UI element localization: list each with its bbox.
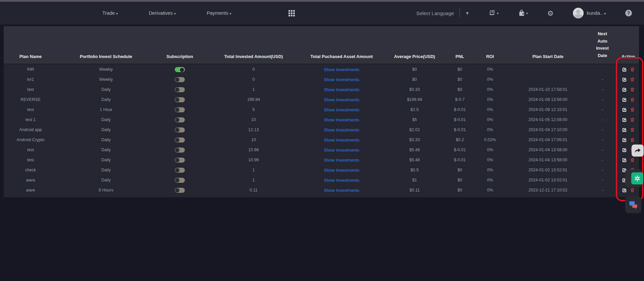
show-investments-link[interactable]: Show Investments bbox=[302, 178, 381, 183]
subscription-toggle[interactable] bbox=[175, 117, 185, 122]
show-investments-link[interactable]: Show Investments bbox=[302, 67, 381, 72]
subscription-toggle[interactable] bbox=[175, 188, 185, 193]
subscription-toggle[interactable] bbox=[175, 137, 185, 143]
pnl-cell: $-0.01 bbox=[448, 148, 472, 152]
pnl-cell: $0 bbox=[448, 168, 472, 172]
subscription-toggle[interactable] bbox=[175, 87, 185, 92]
edit-icon[interactable] bbox=[622, 67, 627, 72]
edit-icon[interactable] bbox=[622, 87, 627, 92]
help-icon[interactable]: ? bbox=[625, 10, 632, 16]
chat-bubbles-button[interactable] bbox=[625, 196, 641, 213]
subscription-toggle[interactable] bbox=[175, 168, 185, 173]
share-forward-button[interactable] bbox=[632, 145, 644, 157]
delete-trash-icon[interactable] bbox=[630, 67, 635, 72]
edit-icon[interactable] bbox=[622, 137, 627, 143]
delete-trash-icon[interactable] bbox=[630, 107, 635, 112]
subscription-cell bbox=[155, 107, 205, 112]
subscription-toggle[interactable] bbox=[175, 178, 185, 183]
delete-trash-icon[interactable] bbox=[630, 157, 635, 163]
share-arrow-icon bbox=[634, 147, 641, 154]
show-investments-link[interactable]: Show Investments bbox=[302, 97, 381, 102]
apps-grid-icon[interactable] bbox=[288, 10, 295, 16]
subscription-toggle[interactable] bbox=[175, 77, 185, 82]
delete-trash-icon[interactable] bbox=[630, 137, 635, 143]
language-dropdown-icon[interactable]: ▼ bbox=[465, 11, 470, 16]
average-price-cell: $5.48 bbox=[381, 148, 448, 152]
edit-icon[interactable] bbox=[622, 107, 627, 112]
orders-book-icon[interactable]: ▾ bbox=[489, 10, 499, 16]
subscription-cell bbox=[155, 157, 205, 162]
action-cell bbox=[618, 77, 639, 82]
edit-icon[interactable] bbox=[622, 127, 627, 132]
delete-trash-icon[interactable] bbox=[630, 87, 635, 92]
chevron-down-icon: ▾ bbox=[604, 12, 606, 15]
plan-name-cell: Android app bbox=[4, 127, 57, 132]
subscription-toggle[interactable] bbox=[175, 148, 185, 153]
subscription-toggle[interactable] bbox=[175, 127, 185, 132]
chatgpt-icon[interactable] bbox=[631, 172, 643, 184]
settings-gear-icon[interactable]: ⚙ bbox=[547, 10, 554, 17]
roi-cell: 0% bbox=[472, 168, 508, 172]
plan-name-cell: aava bbox=[4, 178, 57, 182]
col-header-portfolio-invest-schedule: Portfolio Invest Schedule bbox=[57, 54, 155, 64]
subscription-cell bbox=[155, 147, 205, 152]
total-invested-cell: 5 bbox=[205, 107, 302, 112]
edit-icon[interactable] bbox=[622, 97, 627, 102]
subscription-toggle[interactable] bbox=[175, 97, 185, 102]
show-investments-link[interactable]: Show Investments bbox=[302, 168, 381, 173]
show-investments-link[interactable]: Show Investments bbox=[302, 77, 381, 82]
show-investments-link[interactable]: Show Investments bbox=[302, 148, 381, 153]
show-investments-link[interactable]: Show Investments bbox=[302, 188, 381, 193]
pnl-cell: $0 bbox=[448, 178, 472, 182]
average-price-cell: $2.02 bbox=[381, 127, 448, 132]
plan-start-date-cell: 2024-01-04 17:10:00 bbox=[508, 127, 587, 132]
wallet-icon[interactable]: ▾ bbox=[518, 9, 528, 17]
invest-schedule-cell: Daily bbox=[57, 87, 155, 92]
average-price-cell: $199.94 bbox=[381, 97, 448, 102]
subscription-toggle[interactable] bbox=[175, 107, 185, 112]
edit-icon[interactable] bbox=[622, 117, 627, 122]
user-name[interactable]: kunda..▾ bbox=[587, 10, 606, 16]
subscription-cell bbox=[155, 167, 205, 172]
delete-trash-icon[interactable] bbox=[630, 97, 635, 102]
table-row: test Daily 10.96 Show Investments $5.48 … bbox=[4, 145, 639, 155]
nav-menu-trade[interactable]: Trade▾ bbox=[102, 10, 118, 16]
show-investments-link[interactable]: Show Investments bbox=[302, 158, 381, 163]
plan-start-date-cell: 2024-01-08 12:15:01 bbox=[508, 107, 587, 112]
action-cell bbox=[618, 117, 639, 122]
show-investments-link[interactable]: Show Investments bbox=[302, 87, 381, 92]
next-auto-invest-date-cell: - bbox=[587, 188, 618, 192]
nav-menu-trade-label: Trade bbox=[102, 10, 115, 16]
nav-menu-payments[interactable]: Payments▾ bbox=[207, 10, 231, 16]
subscription-cell bbox=[155, 87, 205, 92]
edit-icon[interactable] bbox=[622, 77, 627, 82]
edit-icon[interactable] bbox=[622, 158, 627, 163]
col-header-total-purchased-asset-amount: Total Puchased Asset Amount bbox=[302, 54, 381, 64]
invest-schedule-cell: 8 Hours bbox=[57, 188, 155, 192]
show-investments-link[interactable]: Show Investments bbox=[302, 127, 381, 132]
delete-trash-icon[interactable] bbox=[630, 117, 635, 122]
delete-trash-icon[interactable] bbox=[630, 187, 635, 193]
edit-icon[interactable] bbox=[622, 188, 627, 193]
chevron-down-icon: ▾ bbox=[230, 12, 231, 15]
col-header-next-auto-invest-date: Next Auto Invest Date bbox=[587, 30, 618, 64]
subscription-toggle[interactable] bbox=[175, 67, 185, 72]
table-row: test Daily 1 Show Investments $0.33 $0 0… bbox=[4, 85, 639, 95]
table-row: REVERSE Daily 199.94 Show Investments $1… bbox=[4, 95, 639, 105]
nav-menu-derivatives[interactable]: Derivatives▾ bbox=[149, 10, 176, 16]
roi-cell: 0% bbox=[472, 77, 508, 82]
show-investments-link[interactable]: Show Investments bbox=[302, 107, 381, 112]
plan-name-cell: test 1 bbox=[4, 117, 57, 122]
show-investments-link[interactable]: Show Investments bbox=[302, 117, 381, 122]
edit-icon[interactable] bbox=[622, 148, 627, 153]
delete-trash-icon[interactable] bbox=[630, 127, 635, 132]
chevron-down-icon: ▾ bbox=[174, 12, 176, 15]
plan-start-date-cell: 2023-12-21 17:10:02 bbox=[508, 188, 587, 192]
subscription-toggle[interactable] bbox=[175, 158, 185, 163]
show-investments-link[interactable]: Show Investments bbox=[302, 137, 381, 143]
user-avatar[interactable] bbox=[573, 8, 584, 18]
col-header-pnl: PNL bbox=[448, 54, 472, 64]
chevron-down-icon: ▾ bbox=[497, 11, 499, 15]
delete-trash-icon[interactable] bbox=[630, 77, 635, 82]
pnl-cell: $0 bbox=[448, 87, 472, 92]
